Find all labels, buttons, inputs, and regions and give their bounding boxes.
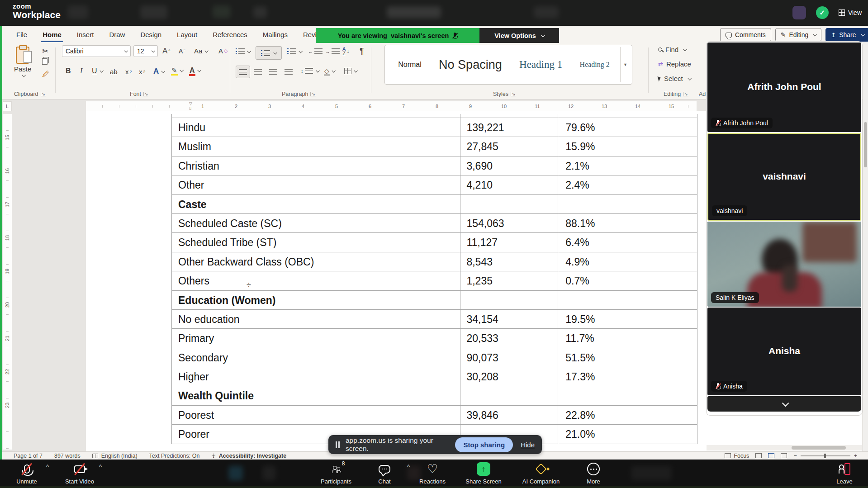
ribbon-tab[interactable]: File <box>9 26 35 43</box>
focus-mode-button[interactable]: Focus <box>725 453 749 459</box>
ribbon-tab[interactable]: Mailings <box>255 26 295 43</box>
table-row[interactable]: No education 34,154 19.5% <box>172 310 697 329</box>
ribbon-tab[interactable]: References <box>205 26 255 43</box>
panel-collapse-button[interactable] <box>707 396 861 412</box>
dialog-launcher-icon[interactable]: ↘ <box>683 92 688 96</box>
video-options-caret[interactable]: ^ <box>99 463 102 470</box>
borders-button[interactable] <box>344 68 357 74</box>
table-row[interactable]: Caste <box>172 195 697 214</box>
ribbon-tab[interactable]: Insert <box>69 26 102 43</box>
text-predictions-status[interactable]: Text Predictions: On <box>149 453 200 459</box>
grow-font-button[interactable]: A^ <box>162 47 171 56</box>
participant-tile-salin[interactable]: Salin K Eliyas <box>707 222 861 307</box>
page-indicator[interactable]: Page 1 of 7 <box>14 453 43 459</box>
paste-button[interactable]: Paste <box>14 47 31 77</box>
participant-tile-vaishnavi[interactable]: vaishnavi vaishnavi <box>707 133 861 221</box>
cut-button[interactable]: ✂ <box>42 47 48 56</box>
italic-button[interactable]: I <box>80 67 82 75</box>
participants-button[interactable]: 8 Participants <box>309 462 363 485</box>
shading-button[interactable]: ◇ <box>324 68 335 74</box>
table-row[interactable]: Wealth Quintile <box>172 386 697 405</box>
justify-button[interactable] <box>285 69 293 75</box>
view-button[interactable]: View <box>839 9 862 16</box>
pause-icon[interactable] <box>336 441 340 448</box>
align-left-button[interactable] <box>236 66 250 78</box>
bullets-button[interactable] <box>236 48 250 54</box>
horizontal-scrollbar[interactable] <box>707 445 862 450</box>
table-row[interactable]: Secondary 90,073 51.5% <box>172 348 697 367</box>
vertical-ruler[interactable]: 151617181920212223 <box>3 114 12 450</box>
zoom-slider-thumb[interactable] <box>824 454 826 458</box>
document-table[interactable]: Hindu 139,221 79.6% Muslim 27,845 15.9% … <box>171 114 697 444</box>
participant-tile-anisha[interactable]: Anisha Anisha <box>707 308 861 395</box>
show-formatting-button[interactable]: ¶ <box>360 47 364 56</box>
dialog-launcher-icon[interactable]: ↘ <box>41 92 46 96</box>
leave-button[interactable]: Leave <box>817 462 868 485</box>
change-case-button[interactable]: Aa <box>194 47 208 55</box>
subscript-button[interactable]: x2 <box>125 68 132 76</box>
table-row[interactable]: Scheduled Caste (SC) 154,063 88.1% <box>172 214 697 233</box>
scrollbar-thumb[interactable] <box>792 446 846 450</box>
dialog-launcher-icon[interactable]: ↘ <box>310 92 315 96</box>
participant-tile-afrith[interactable]: Afrith John Poul Afrith John Poul <box>707 43 861 132</box>
bold-button[interactable]: B <box>66 67 71 75</box>
style-option[interactable]: Heading 1 <box>519 59 562 71</box>
zoom-slider-track[interactable] <box>801 455 850 456</box>
font-size-combobox[interactable]: 12 <box>133 45 158 57</box>
find-button[interactable]: Find <box>658 46 686 53</box>
ribbon-tab[interactable]: Design <box>133 26 169 43</box>
table-row[interactable]: Higher 30,208 17.3% <box>172 367 697 386</box>
copy-button[interactable] <box>42 58 47 65</box>
print-layout-icon[interactable] <box>768 453 774 458</box>
web-layout-icon[interactable] <box>781 453 787 458</box>
scrollbar-thumb[interactable] <box>864 122 867 167</box>
table-row[interactable]: Christian 3,690 2.1% <box>172 156 697 175</box>
table-row[interactable]: Education (Women) <box>172 291 697 310</box>
vertical-scrollbar[interactable] <box>863 42 868 451</box>
style-option[interactable]: Normal <box>398 61 422 69</box>
styles-gallery-scroll[interactable]: ▼ <box>620 47 630 82</box>
language-status[interactable]: English (India) <box>92 453 138 459</box>
ai-companion-button[interactable]: AI Companion <box>514 462 568 485</box>
table-row[interactable]: Scheduled Tribe (ST) 11,127 6.4% <box>172 233 697 252</box>
ribbon-tab[interactable]: Layout <box>169 26 205 43</box>
chat-button[interactable]: Chat <box>357 462 412 485</box>
select-button[interactable]: Select <box>658 75 691 82</box>
align-center-button[interactable] <box>254 69 262 75</box>
shrink-font-button[interactable]: Aˇ <box>179 47 185 55</box>
table-row[interactable]: Other Backward Class (OBC) 8,543 4.9% <box>172 252 697 271</box>
ribbon-tab[interactable]: Draw <box>101 26 133 43</box>
share-button[interactable]: ↥ Share <box>825 28 868 42</box>
table-row[interactable]: Muslim 27,845 15.9% <box>172 137 697 156</box>
format-painter-button[interactable]: 🖉 <box>42 70 49 78</box>
stop-sharing-button[interactable]: Stop sharing <box>455 437 513 452</box>
dialog-launcher-icon[interactable]: ↘ <box>511 92 516 96</box>
numbering-button[interactable] <box>256 46 282 60</box>
editing-mode-button[interactable]: ✎ Editing <box>775 28 822 42</box>
accessibility-status[interactable]: ☥ Accessibility: Investigate <box>211 452 286 459</box>
avatar[interactable] <box>792 6 806 19</box>
table-row[interactable]: Primary 20,533 11.7% <box>172 329 697 348</box>
font-name-combobox[interactable]: Calibri <box>62 45 131 57</box>
ribbon-tab[interactable]: Home <box>35 26 69 43</box>
replace-button[interactable]: ⇄ Replace <box>658 60 691 68</box>
zoom-out-icon[interactable]: − <box>793 453 797 459</box>
zoom-slider[interactable]: − + <box>793 453 857 459</box>
style-option[interactable]: Heading 2 <box>580 61 610 69</box>
increase-indent-button[interactable]: → <box>325 48 340 54</box>
more-button[interactable]: More <box>566 462 621 485</box>
horizontal-ruler[interactable]: 123456789101112131415 <box>86 101 697 111</box>
read-mode-icon[interactable] <box>755 453 762 458</box>
style-option[interactable]: No Spacing <box>439 58 502 72</box>
underline-button[interactable]: U <box>92 67 103 75</box>
font-color-button[interactable]: A <box>190 67 200 74</box>
mic-options-caret[interactable]: ^ <box>46 463 49 470</box>
tab-selector[interactable]: L <box>3 101 12 111</box>
security-shield-icon[interactable]: ✓ <box>816 6 829 19</box>
hide-link[interactable]: Hide <box>521 441 535 449</box>
text-effects-button[interactable]: A <box>153 67 164 76</box>
strikethrough-button[interactable]: ab <box>110 68 118 76</box>
indent-markers[interactable]: ▽▯ <box>189 101 192 110</box>
clear-formatting-button[interactable]: A ◇ <box>218 47 228 55</box>
align-right-button[interactable] <box>269 69 277 75</box>
